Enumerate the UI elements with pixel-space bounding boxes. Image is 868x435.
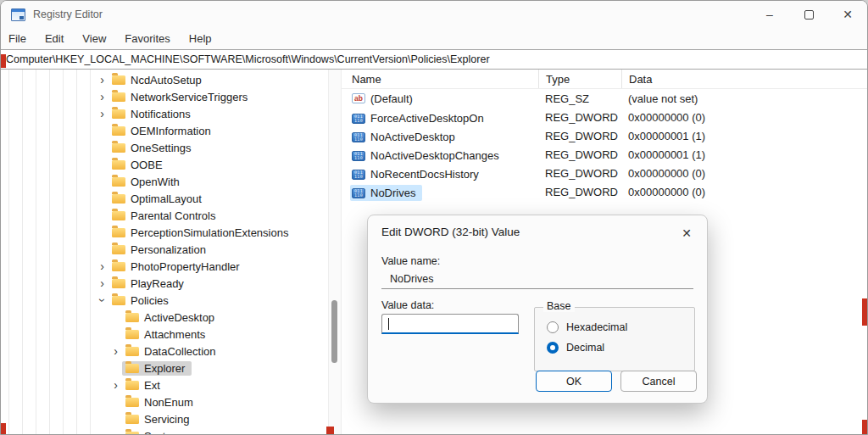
value-name-cell: 011110ForceActiveDesktopOn (342, 108, 538, 127)
tree-item-servicing[interactable]: ›Servicing (1, 410, 328, 427)
value-data: 0x00000000 (0) (621, 186, 867, 198)
tree-item-label: OneSettings (131, 142, 192, 154)
tree-item-body: Policies (108, 293, 175, 308)
chevron-right-icon[interactable]: › (96, 277, 108, 289)
folder-icon (125, 313, 139, 322)
tree-item-optimallayout[interactable]: ›OptimalLayout (1, 190, 328, 207)
value-name-label: Value name: (381, 255, 440, 267)
base-groupbox: Base Hexadecimal Decimal (534, 307, 695, 371)
chevron-right-icon[interactable]: › (109, 430, 122, 434)
value-data-label: Value data: (381, 299, 434, 311)
maximize-icon (804, 10, 814, 20)
tree-item-body: DataCollection (122, 344, 223, 359)
tree-item-playready[interactable]: ›PlayReady (1, 275, 328, 292)
menu-item-view[interactable]: View (75, 32, 114, 45)
value-row-noactivedesktopchanges[interactable]: 011110NoActiveDesktopChangesREG_DWORD0x0… (342, 145, 867, 164)
address-input[interactable] (1, 53, 867, 65)
value-type: REG_DWORD (538, 167, 621, 180)
tree-item-ncdautosetup[interactable]: ›NcdAutoSetup (1, 71, 328, 88)
tree-item-attachments[interactable]: ›Attachments (1, 326, 328, 343)
tree-scrollbar[interactable] (328, 70, 342, 434)
tree-item-policies[interactable]: ›Policies (1, 292, 328, 309)
dialog-close-button[interactable]: ✕ (676, 223, 697, 243)
tree-item-body: OneSettings (108, 141, 198, 155)
column-header-type[interactable]: Type (538, 70, 621, 88)
tree-item-label: OpenWith (131, 176, 180, 188)
value-list-body: ab(Default)REG_SZ(value not set)011110Fo… (342, 89, 867, 201)
tree-item-personalization[interactable]: ›Personalization (1, 241, 328, 258)
window-controls: – ✕ (750, 1, 867, 28)
column-header-data[interactable]: Data (621, 70, 867, 88)
window-title: Registry Editor (33, 8, 103, 20)
radio-decimal-label: Decimal (566, 342, 604, 354)
reg-dword-icon: 011110 (352, 170, 365, 180)
value-name-cell: 011110NoRecentDocsHistory (342, 164, 538, 183)
chevron-right-icon[interactable]: › (96, 108, 108, 120)
registry-tree: ›NcdAutoSetup›NetworkServiceTriggers›Not… (1, 70, 328, 434)
menu-item-favorites[interactable]: Favorites (117, 32, 177, 45)
value-data: 0x00000000 (0) (621, 167, 867, 180)
tree-item-label: NcdAutoSetup (131, 74, 202, 86)
folder-icon (125, 432, 139, 434)
tree-item-explorer[interactable]: ›Explorer (1, 360, 328, 376)
tree-item-onesettings[interactable]: ›OneSettings (1, 139, 328, 156)
close-button[interactable]: ✕ (828, 1, 867, 28)
value-row-default[interactable]: ab(Default)REG_SZ(value not set) (342, 89, 867, 108)
title-bar[interactable]: Registry Editor – ✕ (1, 1, 867, 28)
tree-item-activedesktop[interactable]: ›ActiveDesktop (1, 309, 328, 326)
maximize-button[interactable] (789, 1, 828, 28)
chevron-right-icon[interactable]: › (109, 379, 122, 391)
annotation-mark (326, 427, 334, 435)
column-header-name[interactable]: Name (342, 70, 538, 88)
tree-item-perceptionsimulationextensions[interactable]: ›PerceptionSimulationExtensions (1, 224, 328, 241)
folder-icon (112, 160, 125, 170)
tree-item-body: System (122, 429, 187, 435)
address-bar (1, 49, 867, 70)
value-row-nodrives[interactable]: 011110NoDrivesREG_DWORD0x00000000 (0) (342, 182, 867, 201)
tree-item-datacollection[interactable]: ›DataCollection (1, 343, 328, 360)
chevron-right-icon[interactable]: › (96, 74, 108, 86)
tree-item-oobe[interactable]: ›OOBE (1, 156, 328, 173)
tree-scrollbar-thumb[interactable] (331, 300, 337, 363)
tree-item-ext[interactable]: ›Ext (1, 376, 328, 393)
annotation-mark (1, 423, 6, 435)
value-row-noactivedesktop[interactable]: 011110NoActiveDesktopREG_DWORD0x00000001… (342, 126, 867, 145)
tree-item-nonenum[interactable]: ›NonEnum (1, 393, 328, 410)
tree-item-openwith[interactable]: ›OpenWith (1, 173, 328, 190)
menu-item-edit[interactable]: Edit (37, 32, 71, 45)
folder-icon (112, 296, 125, 305)
tree-item-networkservicetriggers[interactable]: ›NetworkServiceTriggers (1, 88, 328, 105)
radio-decimal[interactable]: Decimal (547, 340, 604, 355)
chevron-right-icon[interactable]: › (109, 345, 122, 357)
value-name-field: NoDrives (381, 270, 693, 289)
value-name-cell: ab(Default) (342, 91, 538, 107)
chevron-down-icon[interactable]: › (97, 294, 108, 307)
tree-item-photopropertyhandler[interactable]: ›PhotoPropertyHandler (1, 258, 328, 275)
tree-item-notifications[interactable]: ›Notifications (1, 105, 328, 122)
value-data-input[interactable] (381, 314, 519, 334)
value-row-forceactivedesktopon[interactable]: 011110ForceActiveDesktopOnREG_DWORD0x000… (342, 108, 867, 126)
tree-item-oeminformation[interactable]: ›OEMInformation (1, 122, 328, 139)
value-name: NoDrives (370, 187, 415, 199)
menu-item-help[interactable]: Help (181, 32, 220, 45)
tree-item-body: OpenWith (108, 175, 186, 189)
tree-item-parental-controls[interactable]: ›Parental Controls (1, 207, 328, 224)
menu-item-file[interactable]: File (1, 32, 34, 45)
minimize-button[interactable]: – (750, 1, 789, 28)
cancel-button[interactable]: Cancel (620, 371, 697, 392)
tree-item-system[interactable]: ›System (1, 427, 328, 434)
reg-dword-icon: 011110 (352, 132, 365, 142)
folder-icon (112, 262, 125, 271)
chevron-right-icon[interactable]: › (96, 260, 108, 272)
value-row-norecentdocshistory[interactable]: 011110NoRecentDocsHistoryREG_DWORD0x0000… (342, 164, 867, 182)
ok-button[interactable]: OK (536, 371, 612, 392)
radio-hexadecimal[interactable]: Hexadecimal (547, 320, 627, 335)
tree-item-label: Parental Controls (131, 209, 215, 222)
tree-item-label: Attachments (144, 328, 205, 341)
radio-hexadecimal-label: Hexadecimal (566, 321, 627, 333)
reg-dword-icon: 011110 (352, 114, 365, 124)
tree-item-label: PlayReady (131, 277, 184, 290)
tree-item-body: PhotoPropertyHandler (108, 259, 247, 274)
list-header: NameTypeData (342, 70, 867, 89)
chevron-right-icon[interactable]: › (96, 91, 108, 103)
